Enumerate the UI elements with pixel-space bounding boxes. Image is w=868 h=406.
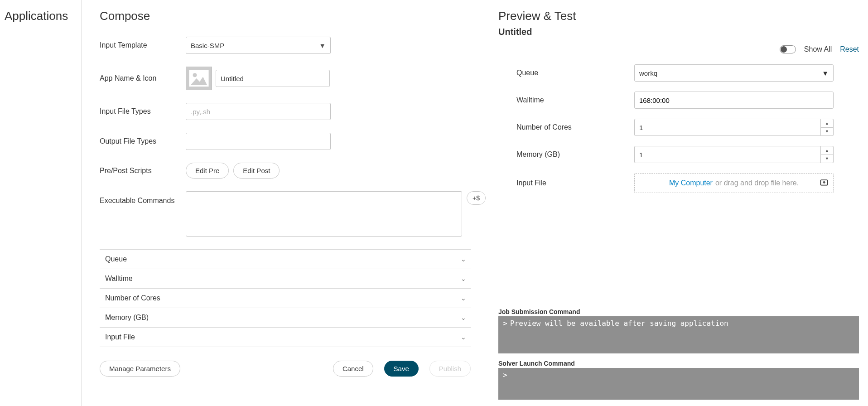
upload-icon (820, 178, 829, 188)
label-pre-post: Pre/Post Scripts (100, 167, 186, 175)
sidebar-title[interactable]: Applications (5, 9, 77, 23)
accordion-input-file[interactable]: Input File⌄ (100, 328, 471, 347)
chevron-down-icon: ▼ (319, 42, 326, 49)
chevron-down-icon: ⌄ (461, 256, 466, 263)
preview-queue-value: workq (639, 69, 657, 77)
label-preview-input-file: Input File (516, 179, 634, 187)
chevron-down-icon: ▼ (822, 69, 829, 77)
preview-walltime-input[interactable] (634, 92, 834, 109)
app-name-input[interactable] (216, 70, 330, 87)
memory-down-button[interactable]: ▼ (821, 155, 833, 163)
accordion-memory-label: Memory (GB) (105, 314, 149, 322)
job-cmd-text: Preview will be available after saving a… (510, 319, 854, 328)
label-preview-walltime: Walltime (516, 96, 634, 104)
chevron-down-icon: ⌄ (461, 334, 466, 341)
accordion-queue-label: Queue (105, 255, 127, 263)
label-preview-memory: Memory (GB) (516, 150, 634, 159)
chevron-down-icon: ⌄ (461, 275, 466, 282)
label-preview-cores: Number of Cores (516, 123, 634, 131)
label-app-name-icon: App Name & Icon (100, 74, 186, 82)
job-cmd-label: Job Submission Command (498, 308, 859, 315)
params-accordion: Queue⌄ Walltime⌄ Number of Cores⌄ Memory… (100, 249, 471, 347)
label-preview-queue: Queue (516, 69, 634, 77)
preview-title: Preview & Test (498, 9, 859, 23)
app-icon-placeholder[interactable] (186, 67, 212, 90)
reset-link[interactable]: Reset (840, 45, 859, 53)
solver-cmd-output (498, 368, 859, 400)
preview-subtitle: Untitled (498, 27, 859, 37)
label-input-template: Input Template (100, 41, 186, 49)
input-template-value: Basic-SMP (191, 42, 224, 49)
cores-down-button[interactable]: ▼ (821, 128, 833, 136)
accordion-memory[interactable]: Memory (GB)⌄ (100, 308, 471, 327)
input-template-select[interactable]: Basic-SMP ▼ (186, 37, 331, 54)
input-file-types-input[interactable] (186, 103, 331, 120)
toggle-knob (781, 46, 787, 53)
manage-parameters-button[interactable]: Manage Parameters (100, 361, 180, 377)
sidebar: Applications (0, 0, 82, 406)
label-input-file-types: Input File Types (100, 107, 186, 116)
chevron-down-icon: ⌄ (461, 295, 466, 302)
show-all-toggle[interactable] (780, 45, 796, 53)
accordion-walltime[interactable]: Walltime⌄ (100, 269, 471, 288)
preview-memory-input[interactable] (634, 146, 821, 163)
job-cmd-output: Preview will be available after saving a… (498, 316, 859, 353)
publish-button: Publish (429, 361, 471, 377)
exec-commands-textarea[interactable] (186, 191, 462, 237)
accordion-cores[interactable]: Number of Cores⌄ (100, 289, 471, 308)
preview-cores-input[interactable] (634, 119, 821, 136)
chevron-down-icon: ⌄ (461, 314, 466, 321)
label-exec-commands: Executable Commands (100, 191, 186, 205)
input-file-dropzone[interactable]: My Computer or drag and drop file here. (634, 173, 834, 193)
image-icon (189, 70, 209, 87)
solver-cmd-label: Solver Launch Command (498, 360, 859, 367)
edit-post-button[interactable]: Edit Post (233, 163, 280, 179)
cores-spinner: ▲ ▼ (821, 119, 834, 136)
my-computer-link[interactable]: My Computer (669, 179, 713, 187)
memory-spinner: ▲ ▼ (821, 146, 834, 163)
accordion-cores-label: Number of Cores (105, 294, 160, 302)
edit-pre-button[interactable]: Edit Pre (186, 163, 229, 179)
dropzone-text: or drag and drop file here. (715, 179, 799, 187)
output-file-types-input[interactable] (186, 133, 331, 150)
svg-point-1 (193, 73, 197, 77)
cancel-button[interactable]: Cancel (333, 361, 373, 377)
label-output-file-types: Output File Types (100, 137, 186, 145)
preview-queue-select[interactable]: workq ▼ (634, 64, 834, 82)
show-all-label: Show All (804, 45, 832, 53)
accordion-input-file-label: Input File (105, 333, 135, 341)
save-button[interactable]: Save (384, 361, 419, 377)
accordion-walltime-label: Walltime (105, 275, 133, 283)
accordion-queue[interactable]: Queue⌄ (100, 250, 471, 269)
compose-panel: Compose Input Template Basic-SMP ▼ App N… (82, 0, 489, 406)
cores-up-button[interactable]: ▲ (821, 119, 833, 128)
compose-title: Compose (100, 9, 489, 23)
preview-panel: Preview & Test Untitled Show All Reset Q… (489, 0, 868, 406)
memory-up-button[interactable]: ▲ (821, 146, 833, 155)
add-variable-button[interactable]: +$ (467, 191, 486, 205)
